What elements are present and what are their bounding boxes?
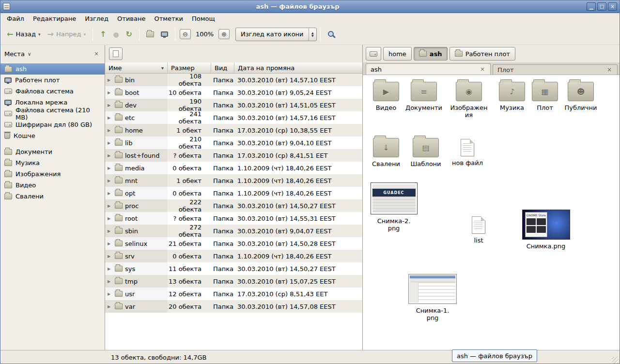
icon-item-snimka[interactable]: GNOME Store Снимка.png [519, 210, 573, 250]
expander-icon[interactable]: ▶ [108, 204, 112, 208]
table-row[interactable]: ▶sys11 обектаПапка30.03.2010 (вт) 14,50,… [105, 262, 362, 275]
table-row[interactable]: ▶tmp13 обектаПапка30.03.2010 (вт) 15,07,… [105, 275, 362, 288]
table-row[interactable]: ▶usr12 обектаПапка17.03.2010 (ср) 8,51,4… [105, 288, 362, 300]
sidebar-item-downloads[interactable]: Свалени [0, 191, 105, 202]
sidebar-item-desktop[interactable]: Работен плот [0, 75, 105, 86]
expander-icon[interactable]: ▶ [108, 128, 112, 133]
column-header-type[interactable]: Вид [211, 62, 234, 73]
sidebar-item-trash[interactable]: Кошче [0, 130, 105, 141]
table-row[interactable]: ▶media0 обектаПапка1.10.2009 (чт) 18,40,… [105, 162, 362, 174]
table-row[interactable]: ▶lib210 обектаПапка30.03.2010 (вт) 9,04,… [105, 136, 362, 149]
table-row[interactable]: ▶proc222 обектаПапка30.03.2010 (вт) 14,5… [105, 199, 362, 212]
expander-icon[interactable]: ▶ [108, 292, 112, 296]
table-row[interactable]: ▶selinux21 обектаПапка30.03.2010 (вт) 14… [105, 237, 362, 250]
zoom-out-button[interactable]: ⊖ [180, 29, 191, 39]
places-selector[interactable]: Места ∨ [4, 50, 31, 58]
column-header-size[interactable]: Размер [168, 62, 211, 73]
table-row[interactable]: ▶mnt1 обектПапка1.10.2009 (чт) 18,40,26 … [105, 174, 362, 187]
zoom-in-button[interactable]: ⊕ [218, 29, 230, 39]
forward-button[interactable]: → Напред ▾ [44, 28, 89, 41]
sidebar-item-ash[interactable]: ash [0, 63, 105, 75]
sidebar-item-filesystem-210mb[interactable]: Файлова система (210 MB) [0, 108, 105, 119]
expander-icon[interactable]: ▶ [108, 179, 112, 183]
column-header-name[interactable]: Име▾ [105, 62, 168, 73]
icon-item-downloads[interactable]: ↓Свалени [368, 138, 404, 168]
icon-item-video[interactable]: ▶Видео [368, 82, 404, 112]
search-button[interactable] [324, 28, 339, 41]
menu-edit[interactable]: Редактиране [29, 14, 80, 23]
places-close-icon[interactable]: × [92, 49, 101, 58]
minimize-button[interactable]: ▁ [587, 2, 596, 11]
expander-icon[interactable]: ▶ [108, 141, 112, 145]
icon-item-templates[interactable]: ▤Шаблони [407, 138, 444, 168]
root-crumb-button[interactable] [366, 47, 381, 61]
table-row[interactable]: ▶root? обектаПапка30.03.2010 (вт) 14,55,… [105, 212, 362, 225]
computer-button[interactable] [157, 29, 171, 39]
home-button[interactable] [143, 29, 157, 40]
expander-icon[interactable]: ▶ [108, 254, 112, 258]
expander-icon[interactable]: ▶ [108, 242, 112, 246]
sidebar-item-pictures[interactable]: Изображения [0, 168, 105, 180]
table-row[interactable]: ▶var20 обектаПапка30.03.2010 (вт) 14,57,… [105, 300, 362, 313]
expander-icon[interactable]: ▶ [108, 216, 112, 221]
reload-button[interactable]: ↻ [123, 28, 136, 41]
table-row[interactable]: ▶bin108 обектаПапка30.03.2010 (вт) 14,57… [105, 74, 362, 86]
expander-icon[interactable]: ▶ [108, 229, 112, 233]
menu-bookmarks[interactable]: Отметки [150, 14, 187, 23]
menu-view[interactable]: Изглед [80, 14, 113, 23]
icon-item-pictures[interactable]: ◉Изображения [449, 82, 489, 119]
icon-item-music[interactable]: ♪Музика [494, 82, 530, 112]
expander-icon[interactable]: ▶ [108, 78, 112, 82]
tab-plot[interactable]: Плот× [493, 64, 618, 75]
maximize-button[interactable]: □ [597, 2, 606, 11]
expander-icon[interactable]: ▶ [108, 267, 112, 271]
expander-icon[interactable]: ▶ [108, 103, 112, 107]
menu-help[interactable]: Помощ [187, 14, 219, 23]
sidebar-item-encrypted-80gb[interactable]: Шифриран дял (80 GB) [0, 119, 105, 130]
tab-close-icon[interactable]: × [606, 66, 613, 73]
stop-button[interactable]: ● [109, 29, 122, 40]
back-history-dropdown-icon[interactable]: ▾ [38, 32, 41, 37]
table-row[interactable]: ▶srv0 обектаПапка1.10.2009 (чт) 18,40,26… [105, 250, 362, 262]
table-row[interactable]: ▶boot10 обектаПапка30.03.2010 (вт) 9,05,… [105, 86, 362, 99]
up-button[interactable]: ↑ [96, 28, 109, 41]
icon-item-list[interactable]: list [463, 216, 495, 244]
icon-item-new-file[interactable]: нов файл [449, 139, 486, 167]
sidebar-item-filesystem[interactable]: Файлова система [0, 86, 105, 97]
expander-icon[interactable]: ▶ [108, 116, 112, 120]
icon-item-snimka1[interactable]: Снимка-1.png [407, 274, 458, 322]
desktop-crumb-button[interactable]: Работен плот [450, 47, 515, 61]
table-row[interactable]: ▶dev190 обектаПапка30.03.2010 (вт) 14,51… [105, 99, 362, 111]
table-row[interactable]: ▶home1 обектПапка17.03.2010 (ср) 10,38,5… [105, 124, 362, 136]
column-header-date[interactable]: Дата на промяна [234, 62, 362, 73]
table-row[interactable]: ▶sbin272 обектаПапка30.03.2010 (вт) 9,04… [105, 225, 362, 237]
icon-item-documents[interactable]: ≡Документи [404, 82, 443, 112]
sidebar-item-videos[interactable]: Видео [0, 180, 105, 191]
icon-item-desktop-folder[interactable]: ▦Плот [529, 82, 560, 112]
resize-grip[interactable] [612, 357, 619, 364]
icon-item-public[interactable]: ☻Публични [562, 82, 599, 112]
view-mode-spinner-icon[interactable]: ▲▼ [309, 28, 316, 41]
expander-icon[interactable]: ▶ [108, 91, 112, 95]
expander-icon[interactable]: ▶ [108, 166, 112, 170]
view-mode-select[interactable]: Изглед като икони ▲▼ [235, 28, 317, 41]
pane-location-button[interactable] [109, 47, 123, 60]
tab-close-icon[interactable]: × [479, 66, 486, 73]
expander-icon[interactable]: ▶ [108, 304, 112, 309]
current-crumb-button[interactable]: ash [414, 47, 448, 61]
back-button[interactable]: ← Назад ▾ [3, 28, 44, 41]
table-row[interactable]: ▶etc241 обектаПапка30.03.2010 (вт) 14,57… [105, 111, 362, 124]
tab-ash[interactable]: ash× [366, 63, 491, 75]
expander-icon[interactable]: ▶ [108, 191, 112, 196]
sidebar-item-documents[interactable]: Документи [0, 146, 105, 157]
table-row[interactable]: ▶opt0 обектаПапка1.10.2009 (чт) 18,40,26… [105, 187, 362, 199]
home-crumb-button[interactable]: home [383, 47, 412, 61]
sidebar-item-music[interactable]: Музика [0, 157, 105, 168]
close-button[interactable]: × [608, 2, 617, 11]
expander-icon[interactable]: ▶ [108, 279, 112, 284]
table-row[interactable]: ▶lost+found? обектаПапка17.03.2010 (ср) … [105, 149, 362, 162]
icon-item-snimka2[interactable]: GUADEC Снимка-2.png [369, 182, 419, 232]
menu-go[interactable]: Отиване [113, 14, 150, 23]
menu-file[interactable]: Файл [2, 14, 29, 23]
expander-icon[interactable]: ▶ [108, 153, 112, 158]
